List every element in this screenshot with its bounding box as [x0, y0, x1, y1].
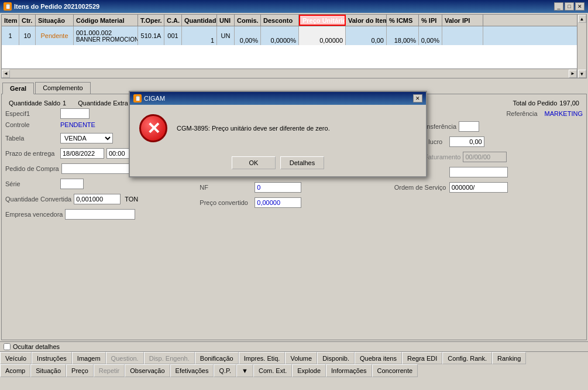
error-icon: ✕	[139, 114, 167, 142]
dialog-icon: 📋	[133, 94, 142, 102]
dialog-buttons: OK Detalhes	[130, 152, 426, 176]
dialog-title: CIGAM	[144, 95, 165, 102]
dialog-window: 📋 CIGAM ✕ ✕ CGM-3895: Preço unitário dev…	[129, 91, 427, 177]
dialog-close-btn[interactable]: ✕	[413, 94, 422, 102]
dialog-overlay: 📋 CIGAM ✕ ✕ CGM-3895: Preço unitário dev…	[0, 0, 588, 390]
dialog-titlebar: 📋 CIGAM ✕	[130, 92, 426, 105]
dialog-message: CGM-3895: Preço unitário deve ser difere…	[177, 125, 330, 132]
dialog-detalhes-button[interactable]: Detalhes	[280, 156, 324, 169]
dialog-content: ✕ CGM-3895: Preço unitário deve ser dife…	[130, 105, 426, 152]
dialog-ok-button[interactable]: OK	[232, 156, 276, 169]
